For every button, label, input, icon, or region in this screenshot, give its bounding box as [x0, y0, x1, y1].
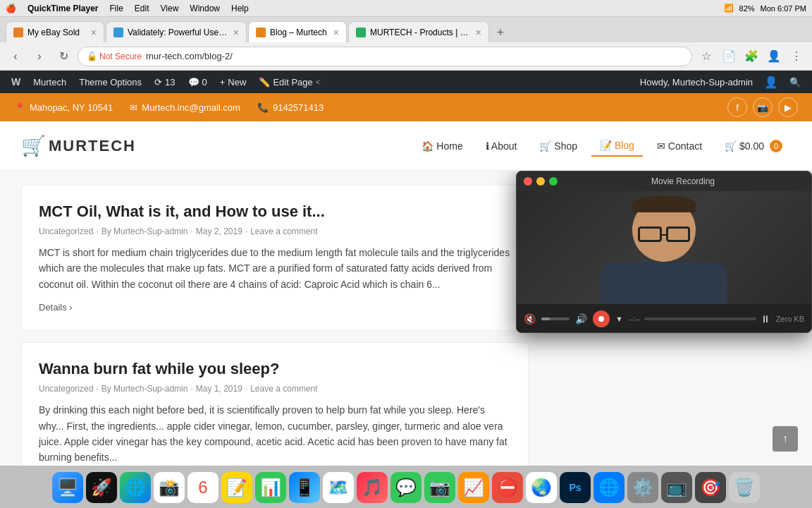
wp-admin-right: Howdy, Murtech-Sup-admin 👤 🔍	[634, 71, 806, 93]
nav-home[interactable]: 🏠 Home	[413, 136, 471, 156]
movie-recording-title: Movie Recording	[562, 176, 804, 186]
wp-search-icon[interactable]: 🔍	[784, 71, 806, 93]
profile-icon[interactable]: 👤	[764, 47, 784, 66]
wp-edit-page[interactable]: ✏️ Edit Page <	[253, 71, 326, 93]
post-card: MCT Oil, What is it, and How to use it..…	[21, 185, 529, 331]
wp-comments[interactable]: 💬 0	[183, 71, 213, 93]
post-comment-link[interactable]: Leave a comment	[250, 226, 317, 236]
dock-notes[interactable]: 📝	[221, 472, 252, 503]
post-excerpt: MCT is short for medium chain triglyceri…	[39, 245, 511, 292]
wp-new[interactable]: + New	[214, 71, 252, 93]
dock-chrome[interactable]: 🌏	[526, 472, 557, 503]
dock-trash[interactable]: 🗑️	[729, 472, 760, 503]
dock-photoshop[interactable]: Ps	[560, 472, 591, 503]
wp-theme-options[interactable]: Theme Options	[73, 71, 147, 93]
youtube-icon[interactable]: ▶	[778, 97, 798, 117]
record-chevron-icon[interactable]: ▼	[615, 315, 623, 323]
extensions-icon[interactable]: 🧩	[742, 47, 761, 66]
back-button[interactable]: ‹	[6, 47, 25, 66]
tab-printful[interactable]: MURTECH - Products | Printful ×	[348, 21, 489, 42]
mac-dock: 🖥️ 🚀 🌐 📸 6 📝 📊 📱 🗺️ 🎵 💬 📷 📈 ⛔ 🌏 Ps 🌐 ⚙️ …	[0, 466, 812, 508]
wp-logo-item[interactable]: W	[6, 71, 26, 93]
tab-close-icon[interactable]: ×	[91, 28, 97, 37]
reader-icon[interactable]: 📄	[719, 47, 739, 66]
tab-ebay[interactable]: My eBay Sold ×	[6, 21, 104, 42]
menu-file[interactable]: File	[110, 4, 123, 13]
dock-maps[interactable]: 🗺️	[323, 472, 354, 503]
mute-button[interactable]: 🔇	[524, 313, 536, 325]
tab-label: My eBay Sold	[27, 28, 87, 37]
dock-safari[interactable]: 🌐	[120, 472, 151, 503]
dock-itunes[interactable]: 🎵	[357, 472, 388, 503]
tab-validately[interactable]: Validately: Powerful User Res... ×	[106, 21, 247, 42]
url-text: mur-tech.com/blog-2/	[146, 51, 233, 61]
apple-icon[interactable]: 🍎	[6, 4, 16, 13]
dock-systemprefs[interactable]: ⚙️	[627, 472, 658, 503]
admin-avatar[interactable]: 👤	[758, 71, 784, 93]
cart-button[interactable]: 🛒 $0.00 0	[716, 135, 791, 157]
howdy-text: Howdy, Murtech-Sup-admin	[634, 77, 758, 87]
dock-misc2[interactable]: 🎯	[695, 472, 726, 503]
window-maximize-button[interactable]	[549, 177, 558, 186]
dock-numbers2[interactable]: 📈	[458, 472, 489, 503]
window-minimize-button[interactable]	[536, 177, 545, 186]
phone-item[interactable]: 📞 9142571413	[257, 102, 324, 113]
progress-bar[interactable]	[644, 318, 756, 320]
site-logo[interactable]: 🛒 MURTECH	[21, 134, 136, 157]
scroll-to-top-button[interactable]: ↑	[773, 426, 798, 452]
new-tab-button[interactable]: +	[491, 23, 510, 42]
tab-blog-murtech[interactable]: Blog – Murtech ×	[248, 21, 347, 42]
theme-options-label: Theme Options	[79, 77, 142, 87]
wp-admin-bar: W Murtech Theme Options ⟳ 13 💬 0 + New ✏…	[0, 71, 812, 93]
dock-calendar[interactable]: 6	[187, 472, 219, 503]
post-title[interactable]: MCT Oil, What is it, and How to use it..…	[39, 202, 511, 221]
menu-icon[interactable]: ⋮	[787, 47, 806, 66]
edit-page-label: Edit Page	[273, 77, 312, 87]
tab-close-icon[interactable]: ×	[333, 28, 339, 37]
instagram-icon[interactable]: 📷	[753, 97, 773, 117]
dock-appstore[interactable]: 📱	[289, 472, 320, 503]
dock-launchpad[interactable]: 🚀	[86, 472, 117, 503]
dock-messages[interactable]: 💬	[390, 472, 422, 503]
nav-contact[interactable]: ✉ Contact	[648, 136, 710, 156]
menu-window[interactable]: Window	[190, 4, 220, 13]
menu-edit[interactable]: Edit	[135, 4, 149, 13]
dock-finder[interactable]: 🖥️	[52, 472, 83, 503]
dock-photos[interactable]: 📸	[154, 472, 185, 503]
clock: Mon 6:07 PM	[761, 4, 806, 13]
reload-button[interactable]: ↻	[54, 47, 73, 66]
dock-facetime[interactable]: 📷	[424, 472, 455, 503]
wp-updates[interactable]: ⟳ 13	[149, 71, 180, 93]
facebook-icon[interactable]: f	[727, 97, 747, 117]
post-details-link[interactable]: Details ›	[39, 302, 73, 313]
volume-icon[interactable]: 🔊	[575, 313, 587, 325]
post-meta: Uncategorized · By Murtech-Sup-admin · M…	[39, 226, 511, 236]
tab-bar: My eBay Sold × Validately: Powerful User…	[0, 17, 812, 42]
nav-shop[interactable]: 🛒 Shop	[531, 136, 586, 156]
tab-close-icon[interactable]: ×	[233, 28, 239, 37]
forward-button[interactable]: ›	[30, 47, 49, 66]
email-icon: ✉	[130, 102, 137, 113]
edit-icon: ✏️	[259, 77, 270, 87]
dock-appstore2[interactable]: ⛔	[492, 472, 523, 503]
bookmark-icon[interactable]: ☆	[696, 47, 716, 66]
menu-view[interactable]: View	[161, 4, 179, 13]
url-bar[interactable]: 🔓 Not Secure mur-tech.com/blog-2/	[78, 47, 692, 66]
post-comment-link[interactable]: Leave a comment	[250, 384, 317, 394]
wp-site-name[interactable]: Murtech	[27, 71, 72, 93]
tab-favicon	[13, 28, 23, 37]
post-title[interactable]: Wanna burn fat while you sleep?	[39, 360, 511, 378]
pause-button[interactable]: ⏸	[761, 313, 770, 325]
menu-help[interactable]: Help	[231, 4, 249, 13]
email-item[interactable]: ✉ Murtech.inc@gmail.com	[130, 102, 240, 113]
window-close-button[interactable]	[524, 177, 532, 186]
dock-safari2[interactable]: 🌐	[593, 472, 625, 503]
record-button[interactable]	[593, 310, 610, 327]
nav-about[interactable]: ℹ About	[477, 136, 526, 156]
post-date: May 1, 2019	[196, 384, 242, 394]
dock-misc1[interactable]: 📺	[661, 472, 692, 503]
tab-close-icon[interactable]: ×	[476, 28, 481, 37]
nav-blog[interactable]: 📝 Blog	[591, 135, 643, 157]
volume-slider[interactable]	[541, 318, 570, 320]
dock-numbers[interactable]: 📊	[255, 472, 286, 503]
